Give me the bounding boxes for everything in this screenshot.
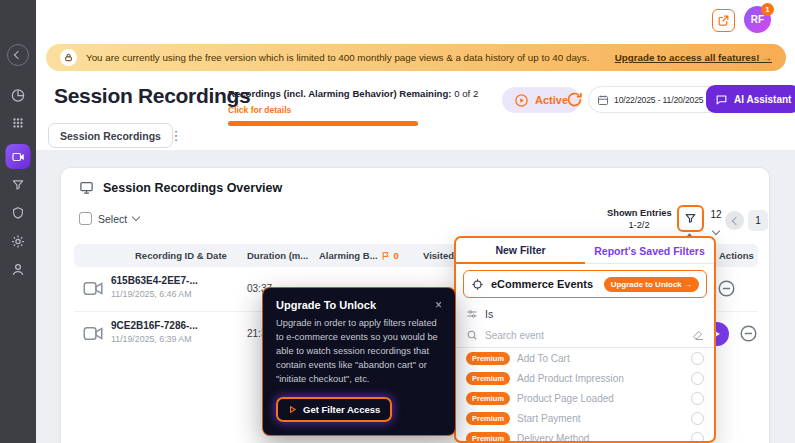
col-alarming[interactable]: Alarming B... 0: [319, 244, 399, 267]
recording-date: 11/19/2025, 6:39 AM: [111, 334, 192, 344]
operator-value: Is: [485, 308, 493, 320]
ai-assistant-label: AI Assistant: [734, 94, 791, 105]
event-option-delivery-method[interactable]: Premium Delivery Method: [456, 428, 714, 443]
avatar[interactable]: RF 1: [744, 6, 771, 33]
event-radio[interactable]: [691, 432, 704, 443]
funnel-nav-icon[interactable]: [11, 178, 25, 192]
video-camera-icon: [83, 281, 103, 296]
chat-icon: [715, 93, 728, 106]
event-label: Delivery Method: [517, 433, 589, 443]
play-circle-icon: [514, 93, 529, 108]
remove-recording-button[interactable]: [717, 279, 736, 298]
click-for-details-link[interactable]: Click for details: [228, 105, 291, 115]
col-duration[interactable]: Duration (m...: [247, 244, 308, 267]
remaining-info: Recordings (incl. Alarming Behavior) Rem…: [228, 88, 438, 126]
event-option-start-payment[interactable]: Premium Start Payment: [456, 408, 714, 428]
external-link-icon: [717, 14, 730, 27]
chevron-down-icon: [132, 213, 140, 221]
date-range-value: 10/22/2025 - 11/20/2025: [614, 95, 703, 105]
pagination-page-1[interactable]: 1: [748, 210, 768, 231]
close-icon[interactable]: ×: [435, 299, 442, 311]
page-size-select[interactable]: 12: [707, 209, 725, 238]
avatar-initials: RF: [751, 14, 764, 25]
play-outline-icon: [288, 405, 297, 414]
export-button[interactable]: [712, 9, 735, 32]
event-radio[interactable]: [691, 412, 704, 425]
date-range-picker[interactable]: 10/22/2025 - 11/20/2025: [588, 86, 723, 113]
event-category-label: eCommerce Events: [491, 278, 593, 290]
topbar: RF 1: [36, 0, 795, 44]
get-filter-access-label: Get Filter Access: [303, 404, 380, 415]
upgrade-tooltip: Upgrade To Unlock × Upgrade in order to …: [262, 287, 456, 436]
alarming-label: Alarming B...: [319, 244, 378, 267]
sidebar-collapse-button[interactable]: [7, 44, 29, 66]
session-recordings-icon[interactable]: [6, 144, 31, 169]
premium-badge: Premium: [466, 372, 510, 385]
tab-session-recordings[interactable]: Session Recordings: [48, 123, 173, 148]
premium-badge: Premium: [466, 412, 510, 425]
premium-badge: Premium: [466, 352, 510, 365]
filter-button[interactable]: [677, 205, 704, 232]
event-radio[interactable]: [691, 372, 704, 385]
event-option-add-product-impression[interactable]: Premium Add Product Impression: [456, 368, 714, 388]
overview-title: Session Recordings Overview: [103, 181, 282, 195]
select-label: Select: [98, 213, 127, 225]
event-search-input[interactable]: [485, 330, 685, 341]
select-checkbox[interactable]: [79, 212, 92, 225]
event-label: Product Page Loaded: [517, 393, 614, 404]
chevron-left-icon: [731, 216, 739, 224]
tab-label: Session Recordings: [60, 130, 161, 142]
event-option-add-to-cart[interactable]: Premium Add To Cart: [456, 348, 714, 368]
event-category-row[interactable]: eCommerce Events Upgrade to Unlock →: [463, 270, 707, 298]
overview-icon: [79, 180, 94, 195]
col-actions: Actions: [719, 244, 754, 267]
ai-assistant-button[interactable]: AI Assistant: [706, 85, 795, 113]
event-list: Premium Add To Cart Premium Add Product …: [456, 348, 714, 443]
recording-id[interactable]: 615B63E4-2EE7-...: [111, 275, 198, 286]
event-label: Add Product Impression: [517, 373, 624, 384]
chevron-down-icon: [712, 227, 720, 235]
clear-search-icon[interactable]: [692, 329, 704, 341]
search-icon: [466, 329, 478, 341]
col-recording-id-date[interactable]: Recording ID & Date: [135, 244, 227, 267]
tooltip-body: Upgrade in order to apply filters relate…: [276, 317, 442, 387]
target-icon: [471, 278, 484, 291]
operator-row[interactable]: Is: [456, 304, 714, 323]
funnel-icon: [684, 212, 697, 225]
analytics-icon[interactable]: [11, 88, 26, 103]
recording-id[interactable]: 9CE2B16F-7286-...: [111, 320, 198, 331]
premium-badge: Premium: [466, 432, 510, 443]
shield-icon[interactable]: [11, 206, 25, 220]
remove-recording-button[interactable]: [739, 324, 758, 343]
refresh-button[interactable]: [566, 91, 583, 108]
shown-entries-value: 1-2/2: [607, 220, 671, 230]
remaining-progress-bar: [228, 121, 418, 126]
sliders-icon: [466, 308, 478, 320]
event-option-product-page-loaded[interactable]: Premium Product Page Loaded: [456, 388, 714, 408]
video-camera-icon: [83, 326, 103, 341]
notification-badge: 1: [761, 3, 774, 16]
heatmap-icon[interactable]: [11, 116, 25, 130]
shown-entries-label: Shown Entries: [607, 208, 671, 218]
pagination-prev-button[interactable]: [725, 211, 744, 230]
unlock-badge[interactable]: Upgrade to Unlock →: [604, 277, 699, 292]
tab-menu-button[interactable]: ⋮: [166, 123, 186, 148]
tooltip-title: Upgrade To Unlock: [276, 299, 376, 311]
gear-icon[interactable]: [11, 234, 26, 249]
get-filter-access-button[interactable]: Get Filter Access: [276, 397, 392, 422]
calendar-icon: [597, 94, 609, 106]
chevron-left-icon: [14, 51, 22, 59]
tab-new-filter[interactable]: New Filter: [456, 238, 585, 264]
event-label: Add To Cart: [517, 353, 570, 364]
tab-saved-filters[interactable]: Report's Saved Filters: [585, 238, 714, 264]
user-icon[interactable]: [11, 262, 26, 277]
filter-tabs: New Filter Report's Saved Filters: [456, 238, 714, 264]
banner-upgrade-link[interactable]: Upgrade to access all features! →: [615, 52, 772, 63]
event-radio[interactable]: [691, 392, 704, 405]
event-search: [456, 323, 714, 348]
event-radio[interactable]: [691, 352, 704, 365]
event-label: Start Payment: [517, 413, 580, 424]
select-dropdown[interactable]: Select: [79, 212, 139, 225]
recording-date: 11/19/2025, 6:46 AM: [111, 289, 192, 299]
remaining-label: Recordings (incl. Alarming Behavior) Rem…: [228, 88, 452, 99]
